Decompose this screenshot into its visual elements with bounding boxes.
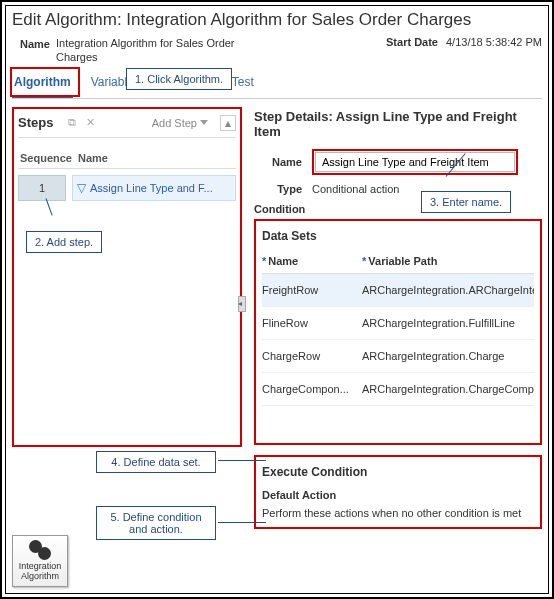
delete-icon[interactable]: ✕ [83,116,97,130]
callout-5: 5. Define condition and action. [96,506,216,540]
tab-algorithm[interactable]: Algorithm [12,69,73,98]
step-name-cell[interactable]: ▽ Assign Line Type and F... [72,175,236,201]
gears-icon [29,540,51,560]
ds-path: ARChargeIntegration.ChargeCompone [362,383,534,395]
col-name-header: Name [78,152,234,164]
filter-icon: ▽ [77,181,86,195]
ds-path: ARChargeIntegration.ARChargeInterfa [362,284,534,296]
datasets-title: Data Sets [262,229,534,243]
step-row[interactable]: 1 ▽ Assign Line Type and F... [18,175,236,201]
detail-name-label: Name [254,156,302,168]
step-name-input[interactable] [315,152,515,172]
add-step-button[interactable]: Add Step [152,117,208,129]
name-value: Integration Algorithm for Sales Order Ch… [56,36,266,65]
execute-condition-box: Execute Condition Default Action Perform… [254,455,542,529]
ds-col-name-header: *Name [262,255,362,267]
default-action-title: Default Action [262,489,534,501]
dataset-row[interactable]: FlineRow ARChargeIntegration.FulfillLine [262,307,534,340]
chevron-down-icon [200,120,208,125]
ds-name: FlineRow [262,317,362,329]
callout-4: 4. Define data set. [96,451,216,473]
col-sequence-header: Sequence [20,152,78,164]
callout-3: 3. Enter name. [421,191,511,213]
ds-name: ChargeRow [262,350,362,362]
detail-type-value: Conditional action [312,183,399,195]
add-step-label: Add Step [152,117,197,129]
integration-label-2: Algorithm [21,572,59,582]
integration-algorithm-icon[interactable]: Integration Algorithm [12,535,68,587]
dataset-row[interactable]: ChargeCompon... ARChargeIntegration.Char… [262,373,534,406]
step-name-text: Assign Line Type and F... [90,182,213,194]
tab-test[interactable]: Test [230,69,256,98]
ds-col-path-header: *Variable Path [362,255,534,267]
callout-1: 1. Click Algorithm. [126,68,232,90]
splitter-handle[interactable] [238,296,246,312]
start-date-label: Start Date [386,36,438,48]
dataset-row[interactable]: ChargeRow ARChargeIntegration.Charge [262,340,534,373]
name-label: Name [12,36,56,50]
steps-title: Steps [18,115,53,130]
steps-panel: Steps ⧉ ✕ Add Step ▴ Sequence Name 1 ▽ A… [12,107,242,447]
datasets-box: Data Sets *Name *Variable Path FreightRo… [254,219,542,445]
annotation-box-name [312,149,518,175]
step-sequence-cell: 1 [18,175,66,201]
dataset-row[interactable]: FreightRow ARChargeIntegration.ARChargeI… [262,274,534,307]
ds-path: ARChargeIntegration.FulfillLine [362,317,534,329]
default-action-desc: Perform these actions when no other cond… [262,507,534,519]
collapse-button[interactable]: ▴ [220,115,236,131]
ds-name: ChargeCompon... [262,383,362,395]
copy-icon[interactable]: ⧉ [65,116,79,130]
ds-path: ARChargeIntegration.Charge [362,350,534,362]
start-date-value: 4/13/18 5:38:42 PM [446,36,542,48]
step-details-panel: Step Details: Assign Line Type and Freig… [250,107,542,537]
ds-name: FreightRow [262,284,362,296]
callout-2: 2. Add step. [26,231,102,253]
step-details-title: Step Details: Assign Line Type and Freig… [254,109,542,139]
detail-type-label: Type [254,183,302,195]
page-title: Edit Algorithm: Integration Algorithm fo… [12,10,542,30]
callout-line [218,522,266,523]
execute-condition-title: Execute Condition [262,465,534,479]
callout-line [218,460,266,461]
header-row: Name Integration Algorithm for Sales Ord… [12,36,542,65]
tabs-bar: Algorithm Variables Functions Test [12,69,542,99]
